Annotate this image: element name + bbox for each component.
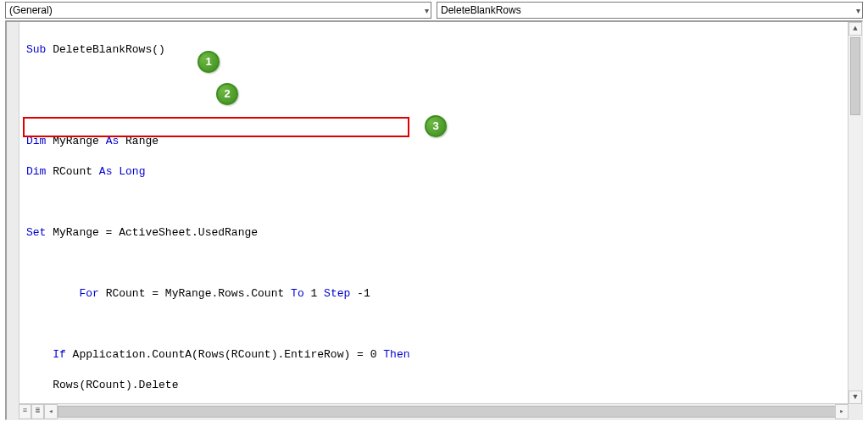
horizontal-scrollbar-thumb[interactable] <box>58 406 848 418</box>
scrollbar-corner <box>849 404 862 419</box>
view-mode-buttons: ≡ ≣ <box>19 404 44 419</box>
chevron-down-icon: ▾ <box>856 6 860 15</box>
vertical-scrollbar-thumb[interactable] <box>850 37 860 115</box>
kw-if: If <box>26 348 66 361</box>
procedure-dropdown-value: DeleteBlankRows <box>441 4 521 16</box>
code-pane[interactable]: Sub DeleteBlankRows() Dim MyRange As Ran… <box>19 22 849 404</box>
kw-for: For <box>26 287 99 300</box>
vertical-scrollbar[interactable]: ▲ ▼ <box>848 22 862 404</box>
object-dropdown[interactable]: (General) ▾ <box>5 2 431 19</box>
annotation-badge-1: 1 <box>198 51 220 73</box>
kw-dim: Dim <box>26 165 46 178</box>
margin-indicator-bar <box>7 22 19 404</box>
horizontal-scrollbar-track[interactable] <box>58 404 835 419</box>
scroll-left-arrow-icon[interactable]: ◂ <box>44 404 58 419</box>
chevron-down-icon: ▾ <box>425 6 429 15</box>
full-module-view-button[interactable]: ≣ <box>31 404 44 419</box>
procedure-dropdown[interactable]: DeleteBlankRows ▾ <box>437 2 863 19</box>
horizontal-scrollbar[interactable]: ≡ ≣ ◂ ▸ <box>19 403 849 419</box>
kw-set: Set <box>26 226 46 239</box>
object-dropdown-value: (General) <box>9 4 53 16</box>
annotation-badge-3: 3 <box>425 115 447 137</box>
dropdown-bar: (General) ▾ DeleteBlankRows ▾ <box>0 0 868 19</box>
editor-container: Sub DeleteBlankRows() Dim MyRange As Ran… <box>5 20 863 420</box>
kw-dim: Dim <box>26 135 46 147</box>
vbe-window: (General) ▾ DeleteBlankRows ▾ Sub Delete… <box>0 0 868 432</box>
code-text[interactable]: Sub DeleteBlankRows() Dim MyRange As Ran… <box>19 22 848 432</box>
annotation-badge-2: 2 <box>216 83 238 105</box>
scroll-up-arrow-icon[interactable]: ▲ <box>849 22 862 36</box>
scroll-right-arrow-icon[interactable]: ▸ <box>835 404 849 419</box>
procedure-view-button[interactable]: ≡ <box>19 404 31 419</box>
scroll-down-arrow-icon[interactable]: ▼ <box>849 390 862 404</box>
kw-sub: Sub <box>26 43 46 56</box>
